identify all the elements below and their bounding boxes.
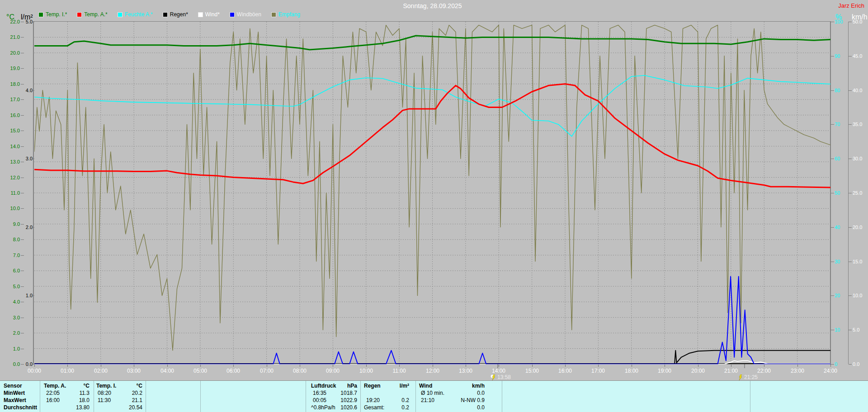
temp-tick-mark — [21, 193, 24, 193]
sensor-summary-table: SensorMinWertMaxWertDurchschnittTemp. A.… — [0, 380, 868, 412]
legend-item-regen[interactable]: Regen* — [163, 11, 188, 18]
station-name: Jarz Erich — [838, 2, 864, 9]
wind-tick-mark — [849, 159, 852, 159]
legend-item-wind[interactable]: Wind* — [198, 11, 220, 18]
legend-swatch-icon — [77, 12, 82, 17]
legend-item-feuchtea[interactable]: Feuchte A.* — [118, 11, 153, 18]
legend-swatch-icon — [230, 12, 235, 17]
table-cell-value: 21.1 — [102, 397, 142, 403]
rain-tick-label: 2.0 — [15, 225, 33, 230]
table-col-unit: km/h — [453, 383, 485, 389]
wind-tick-label: 10.0 — [853, 293, 867, 298]
rain-tick-label: 3.0 — [15, 156, 33, 161]
rain-tick-mark — [31, 90, 34, 91]
humidity-tick-mark — [831, 124, 834, 125]
temp-tick-mark — [21, 99, 24, 100]
time-tick-label: 03:00 — [124, 368, 144, 374]
table-cell-value: 11.3 — [49, 390, 90, 396]
humidity-tick-label: 10 — [835, 327, 848, 332]
legend-item-windben[interactable]: Windböen — [230, 11, 261, 18]
table-cell-value: 1018.7 — [316, 390, 357, 396]
wind-tick-mark — [849, 90, 852, 91]
wind-tick-mark — [849, 124, 852, 125]
plot-border-left — [33, 21, 34, 365]
legend-item-tempa[interactable]: Temp. A.* — [77, 11, 107, 18]
temp-tick-label: 21.0 — [3, 34, 20, 40]
temp-tick-label: 4.0 — [3, 299, 20, 304]
wind-tick-mark — [849, 56, 852, 56]
page-title: Sonntag, 28.09.2025 — [34, 2, 830, 9]
time-tick-mark — [764, 365, 764, 367]
temp-tick-label: 19.0 — [3, 66, 20, 71]
time-tick-mark — [34, 365, 35, 367]
rain-tick-mark — [31, 22, 34, 22]
time-tick-label: 09:00 — [323, 368, 343, 374]
time-tick-label: 23:00 — [788, 368, 807, 374]
humidity-tick-mark — [831, 90, 834, 91]
temp-tick-mark — [21, 131, 24, 131]
time-tick-mark — [366, 365, 367, 367]
table-cell-time: Ø 10 min. — [421, 390, 444, 396]
legend-item-tempi[interactable]: Temp. I.* — [38, 11, 67, 18]
time-tick-mark — [598, 365, 599, 367]
humidity-tick-mark — [831, 159, 834, 159]
temp-tick-label: 6.0 — [3, 268, 20, 273]
humidity-tick-mark — [831, 262, 834, 262]
wind-tick-label: 25.0 — [853, 190, 867, 196]
wind-tick-mark — [849, 295, 852, 296]
legend-label: Regen* — [170, 11, 188, 18]
time-tick-mark — [665, 365, 665, 367]
temp-tick-label: 1.0 — [3, 346, 20, 351]
table-cell-value: 0.0 — [444, 390, 485, 396]
time-tick-mark — [101, 365, 101, 367]
time-tick-label: 14:00 — [489, 368, 509, 374]
table-divider — [306, 381, 306, 412]
time-tick-mark — [67, 365, 68, 367]
wind-tick-mark — [849, 22, 852, 22]
humidity-tick-label: 0 — [835, 361, 848, 367]
table-cell-value: 13.80 — [49, 404, 90, 411]
legend-label: Feuchte A.* — [125, 11, 153, 18]
legend-swatch-icon — [271, 12, 276, 17]
table-divider — [750, 381, 750, 412]
chart-plot[interactable] — [34, 22, 830, 364]
humidity-tick-label: 50 — [835, 190, 848, 196]
event-marker-time: 21:25 — [744, 374, 758, 380]
temp-tick-mark — [21, 239, 24, 240]
table-divider — [360, 381, 361, 412]
time-tick-mark — [200, 365, 201, 367]
time-tick-label: 00:00 — [24, 368, 44, 374]
time-tick-label: 13:00 — [456, 368, 476, 374]
rain-event-icon — [491, 375, 496, 380]
legend-item-empfang[interactable]: Empfang — [271, 11, 300, 18]
humidity-tick-label: 90 — [835, 53, 848, 59]
time-tick-label: 15:00 — [522, 368, 542, 374]
table-cell-value: 1022.9 — [316, 397, 357, 403]
time-tick-label: 24:00 — [821, 368, 840, 374]
time-tick-label: 20:00 — [688, 368, 708, 374]
weather-chart-window: Sonntag, 28.09.2025 Jarz Erich °C l/m² %… — [0, 0, 868, 412]
time-tick-mark — [134, 365, 134, 367]
table-col-unit: l/m² — [377, 383, 409, 389]
temp-tick-label: 15.0 — [3, 128, 20, 133]
humidity-tick-label: 40 — [835, 225, 848, 230]
temp-tick-mark — [21, 146, 24, 147]
table-divider — [200, 381, 201, 412]
temp-tick-mark — [21, 255, 24, 256]
temp-tick-label: 5.0 — [3, 284, 20, 289]
temp-tick-mark — [21, 37, 24, 37]
time-tick-mark — [433, 365, 433, 367]
temp-tick-mark — [21, 271, 24, 271]
time-tick-label: 18:00 — [622, 368, 642, 374]
humidity-tick-mark — [831, 364, 834, 365]
wind-tick-label: 40.0 — [853, 88, 867, 93]
time-tick-mark — [698, 365, 698, 367]
table-col-unit: °C — [58, 383, 90, 389]
table-col-name: Wind — [419, 383, 432, 389]
legend-label: Temp. A.* — [84, 11, 107, 18]
time-tick-mark — [830, 365, 831, 367]
wind-tick-label: 45.0 — [853, 53, 867, 59]
temp-tick-label: 20.0 — [3, 50, 20, 56]
wind-tick-mark — [849, 364, 852, 365]
rain-tick-label: 4.0 — [15, 88, 33, 93]
